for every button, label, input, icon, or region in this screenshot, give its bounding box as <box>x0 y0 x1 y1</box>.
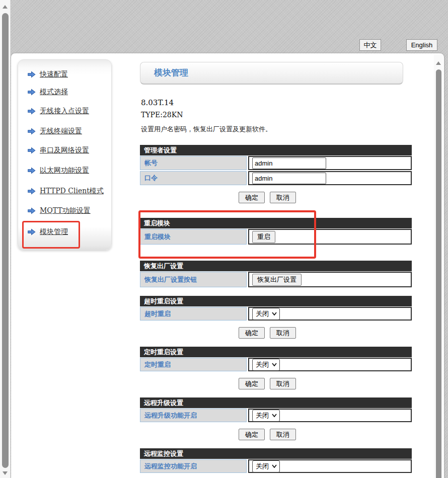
table-row: 超时重启关闭 <box>140 307 412 321</box>
right-scrollbar-track <box>434 54 443 478</box>
row-value-cell: 关闭 <box>248 409 412 422</box>
button-bar: 确定取消 <box>140 378 412 389</box>
arrow-right-icon <box>27 147 36 154</box>
row-label: 定时重启 <box>140 358 247 371</box>
row-label: 恢复出厂设置按钮 <box>140 272 247 287</box>
ok-button[interactable]: 确定 <box>239 378 265 389</box>
scroll-up-icon[interactable] <box>3 5 8 9</box>
row-label: 帐号 <box>140 156 247 170</box>
settings-section: 远程升级设置远程升级功能开启关闭确定取消 <box>140 397 412 440</box>
remote-monitor-select[interactable]: 关闭 <box>252 460 280 472</box>
cancel-button[interactable]: 取消 <box>270 327 296 339</box>
table-row: 帐号 <box>140 156 412 170</box>
settings-section: 远程监控设置远程监控功能开启关闭 <box>140 448 412 473</box>
sidebar-item-label: 模式选择 <box>40 88 68 97</box>
password-input[interactable] <box>252 173 326 184</box>
left-scrollbar-track <box>0 0 11 478</box>
row-value-cell: 关闭 <box>248 307 412 321</box>
sidebar-item-4[interactable]: 无线终端设置 <box>27 126 82 137</box>
cancel-button[interactable]: 取消 <box>270 378 296 389</box>
timeout-restart-select[interactable]: 关闭 <box>252 308 280 320</box>
sidebar-item-3[interactable]: 无线接入点设置 <box>27 106 89 117</box>
row-value-cell <box>248 171 412 185</box>
row-value-cell: 关闭 <box>248 358 412 371</box>
ok-button[interactable]: 确定 <box>239 192 265 203</box>
username-input[interactable] <box>252 157 326 169</box>
sidebar-item-label: 串口及网络设置 <box>40 146 89 155</box>
ok-button[interactable]: 确定 <box>239 327 265 339</box>
button-bar: 确定取消 <box>140 327 412 339</box>
cancel-button[interactable]: 取消 <box>270 429 296 440</box>
section-header: 定时重启设置 <box>140 347 412 357</box>
row-label: 超时重启 <box>140 307 247 321</box>
row-label: 口令 <box>140 171 247 185</box>
sidebar-item-8[interactable]: MQTT功能设置 <box>27 205 91 216</box>
row-value-cell: 关闭 <box>248 459 412 473</box>
chevron-down-icon <box>272 464 277 468</box>
factory-reset-button[interactable]: 恢复出厂设置 <box>252 274 302 286</box>
page: 中文 English 快速配置模式选择无线接入点设置无线终端设置串口及网络设置以… <box>0 0 448 478</box>
sidebar-item-7[interactable]: HTTPD Client模式 <box>27 186 104 197</box>
section-header: 远程监控设置 <box>140 448 412 459</box>
sidebar-item-5[interactable]: 串口及网络设置 <box>27 145 89 156</box>
select-value: 关闭 <box>256 360 269 369</box>
sidebar-item-1[interactable]: 快速配置 <box>27 69 68 80</box>
arrow-right-icon <box>27 167 36 174</box>
arrow-right-icon <box>27 89 36 96</box>
page-title: 模块管理 <box>140 62 403 85</box>
scheduled-restart-select[interactable]: 关闭 <box>252 359 280 371</box>
arrow-right-icon <box>27 71 36 78</box>
table-row: 口令 <box>140 171 412 185</box>
right-scrollbar-thumb[interactable] <box>436 69 441 478</box>
device-type: TYPE:28KN <box>141 110 413 120</box>
arrow-right-icon <box>27 108 36 115</box>
page-description: 设置用户名密码，恢复出厂设置及更新软件。 <box>141 125 413 134</box>
scroll-down-icon[interactable] <box>3 471 8 475</box>
scroll-up-icon[interactable] <box>436 61 441 65</box>
settings-section: 恢复出厂设置恢复出厂设置按钮恢复出厂设置 <box>140 261 412 287</box>
button-bar: 确定取消 <box>140 192 412 203</box>
settings-section: 超时重启设置超时重启关闭确定取消 <box>140 296 412 339</box>
table-row: 定时重启关闭 <box>140 358 412 371</box>
sidebar-item-label: 无线终端设置 <box>40 127 82 136</box>
arrow-right-icon <box>27 188 36 195</box>
sidebar-item-label: 以太网功能设置 <box>40 166 89 175</box>
section-header: 超时重启设置 <box>140 296 412 306</box>
cancel-button[interactable]: 取消 <box>270 192 296 203</box>
settings-section: 定时重启设置定时重启关闭确定取消 <box>140 347 412 389</box>
chinese-language-button[interactable]: 中文 <box>359 39 381 51</box>
sidebar-item-2[interactable]: 模式选择 <box>27 87 68 98</box>
sidebar-item-6[interactable]: 以太网功能设置 <box>27 165 89 176</box>
chevron-down-icon <box>272 363 277 366</box>
section-header: 远程升级设置 <box>140 397 412 408</box>
row-label: 远程升级功能开启 <box>140 409 247 422</box>
annotation-box-sidebar-item <box>22 221 80 249</box>
english-language-button[interactable]: English <box>406 39 437 51</box>
arrow-right-icon <box>27 128 36 135</box>
section-header: 恢复出厂设置 <box>140 261 412 271</box>
firmware-version: 8.03T.14 <box>141 98 413 108</box>
table-row: 远程监控功能开启关闭 <box>140 459 412 473</box>
row-label: 远程监控功能开启 <box>140 459 247 473</box>
ok-button[interactable]: 确定 <box>239 429 265 440</box>
select-value: 关闭 <box>256 462 269 471</box>
chevron-down-icon <box>272 414 277 417</box>
row-value-cell: 恢复出厂设置 <box>248 272 412 287</box>
left-scrollbar-thumb[interactable] <box>2 13 9 468</box>
sidebar-item-label: MQTT功能设置 <box>40 206 91 215</box>
settings-section: 管理者设置帐号口令确定取消 <box>140 145 412 203</box>
info-block: 8.03T.14 TYPE:28KN 设置用户名密码，恢复出厂设置及更新软件。 <box>141 98 413 134</box>
table-row: 远程升级功能开启关闭 <box>140 409 412 422</box>
select-value: 关闭 <box>256 411 269 420</box>
sidebar-item-label: 快速配置 <box>40 70 68 79</box>
table-row: 恢复出厂设置按钮恢复出厂设置 <box>140 272 412 287</box>
sidebar-item-label: 无线接入点设置 <box>40 107 89 116</box>
select-value: 关闭 <box>256 309 269 318</box>
remote-upgrade-select[interactable]: 关闭 <box>252 410 280 422</box>
button-bar: 确定取消 <box>140 429 412 440</box>
arrow-right-icon <box>27 207 36 214</box>
annotation-box-restart-section <box>138 210 316 259</box>
row-value-cell <box>248 156 412 170</box>
section-header: 管理者设置 <box>140 145 412 155</box>
sidebar-item-label: HTTPD Client模式 <box>40 187 104 196</box>
